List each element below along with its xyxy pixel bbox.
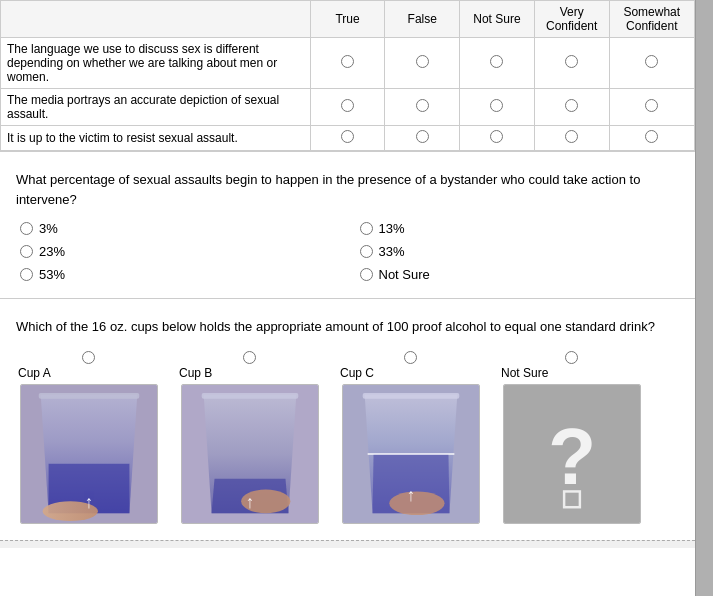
option-33pct-label: 33% [379, 244, 405, 259]
row3-false-radio[interactable] [416, 130, 429, 143]
option-53pct-label: 53% [39, 267, 65, 282]
row1-someconf[interactable] [609, 38, 694, 89]
cup-a-radio[interactable] [82, 351, 95, 364]
row3-statement: It is up to the victim to resist sexual … [1, 126, 311, 151]
col-header-statement [1, 1, 311, 38]
question1-text: What percentage of sexual assaults begin… [16, 170, 679, 209]
option-notsure-q1-label: Not Sure [379, 267, 430, 282]
option-33pct: 33% [360, 244, 680, 259]
row3-notsure[interactable] [460, 126, 535, 151]
row2-veryconf-radio[interactable] [565, 99, 578, 112]
row2-true-radio[interactable] [341, 99, 354, 112]
row1-notsure[interactable] [460, 38, 535, 89]
cups-row: Cup A [16, 351, 679, 524]
cup-a-svg: ↑ [21, 384, 157, 524]
row1-veryconf-radio[interactable] [565, 55, 578, 68]
row3-veryconf-radio[interactable] [565, 130, 578, 143]
row3-someconf[interactable] [609, 126, 694, 151]
row1-statement: The language we use to discuss sex is di… [1, 38, 311, 89]
cup-notsure-item: Not Sure ? [499, 351, 644, 524]
cup-c-item: Cup C [338, 351, 483, 524]
option-notsure-q1: Not Sure [360, 267, 680, 282]
cup-b-image: ↑ [181, 384, 319, 524]
option-3pct-radio[interactable] [20, 222, 33, 235]
row2-someconf[interactable] [609, 89, 694, 126]
cup-a-item: Cup A [16, 351, 161, 524]
table-row: The language we use to discuss sex is di… [1, 38, 695, 89]
row2-veryconf[interactable] [534, 89, 609, 126]
option-3pct: 3% [20, 221, 340, 236]
main-content: True False Not Sure Very Confident Somew… [0, 0, 695, 596]
option-23pct-label: 23% [39, 244, 65, 259]
row2-notsure[interactable] [460, 89, 535, 126]
option-13pct: 13% [360, 221, 680, 236]
table-section: True False Not Sure Very Confident Somew… [0, 0, 695, 152]
row2-statement: The media portrays an accurate depiction… [1, 89, 311, 126]
row1-true[interactable] [310, 38, 385, 89]
row2-false-radio[interactable] [416, 99, 429, 112]
cup-b-label: Cup B [177, 366, 212, 380]
cup-b-svg: ↑ [182, 384, 318, 524]
cup-c-radio[interactable] [404, 351, 417, 364]
cup-c-radio-row [404, 351, 417, 364]
option-13pct-label: 13% [379, 221, 405, 236]
scrollbar[interactable] [695, 0, 713, 596]
row1-veryconf[interactable] [534, 38, 609, 89]
svg-text:↑: ↑ [245, 492, 254, 512]
cup-notsure-radio[interactable] [565, 351, 578, 364]
row1-false[interactable] [385, 38, 460, 89]
option-33pct-radio[interactable] [360, 245, 373, 258]
row2-true[interactable] [310, 89, 385, 126]
row1-notsure-radio[interactable] [490, 55, 503, 68]
question1-options: 3% 13% 23% 33% 53% Not Sure [16, 221, 679, 286]
option-3pct-label: 3% [39, 221, 58, 236]
question2-section: Which of the 16 oz. cups below holds the… [0, 299, 695, 540]
cup-c-svg: ↑ [343, 384, 479, 524]
cup-a-label: Cup A [16, 366, 51, 380]
cup-b-item: Cup B [177, 351, 322, 524]
row1-false-radio[interactable] [416, 55, 429, 68]
cup-c-image: ↑ [342, 384, 480, 524]
cup-notsure-radio-row [565, 351, 578, 364]
row3-true-radio[interactable] [341, 130, 354, 143]
row3-veryconf[interactable] [534, 126, 609, 151]
cup-a-radio-row [82, 351, 95, 364]
option-53pct: 53% [20, 267, 340, 282]
beliefs-table: True False Not Sure Very Confident Somew… [0, 0, 695, 151]
col-header-notsure: Not Sure [460, 1, 535, 38]
table-row: It is up to the victim to resist sexual … [1, 126, 695, 151]
row1-true-radio[interactable] [341, 55, 354, 68]
row3-notsure-radio[interactable] [490, 130, 503, 143]
col-header-veryconfident: Very Confident [534, 1, 609, 38]
question1-section: What percentage of sexual assaults begin… [0, 152, 695, 299]
cup-b-radio-row [243, 351, 256, 364]
svg-rect-1 [38, 392, 139, 398]
cup-notsure-label: Not Sure [499, 366, 548, 380]
row3-someconf-radio[interactable] [645, 130, 658, 143]
col-header-somewhatconfident: Somewhat Confident [609, 1, 694, 38]
row1-someconf-radio[interactable] [645, 55, 658, 68]
cup-c-label: Cup C [338, 366, 374, 380]
col-header-false: False [385, 1, 460, 38]
cup-b-radio[interactable] [243, 351, 256, 364]
cup-notsure-svg: ? [504, 384, 640, 524]
option-53pct-radio[interactable] [20, 268, 33, 281]
row3-false[interactable] [385, 126, 460, 151]
table-row: The media portrays an accurate depiction… [1, 89, 695, 126]
svg-text:↑: ↑ [406, 485, 415, 505]
cup-notsure-image: ? [503, 384, 641, 524]
option-notsure-q1-radio[interactable] [360, 268, 373, 281]
option-23pct: 23% [20, 244, 340, 259]
svg-text:?: ? [547, 412, 595, 500]
svg-rect-9 [362, 392, 459, 398]
option-23pct-radio[interactable] [20, 245, 33, 258]
svg-rect-5 [201, 392, 298, 398]
row3-true[interactable] [310, 126, 385, 151]
row2-false[interactable] [385, 89, 460, 126]
question2-text: Which of the 16 oz. cups below holds the… [16, 317, 679, 337]
cup-a-image: ↑ [20, 384, 158, 524]
option-13pct-radio[interactable] [360, 222, 373, 235]
col-header-true: True [310, 1, 385, 38]
row2-notsure-radio[interactable] [490, 99, 503, 112]
row2-someconf-radio[interactable] [645, 99, 658, 112]
